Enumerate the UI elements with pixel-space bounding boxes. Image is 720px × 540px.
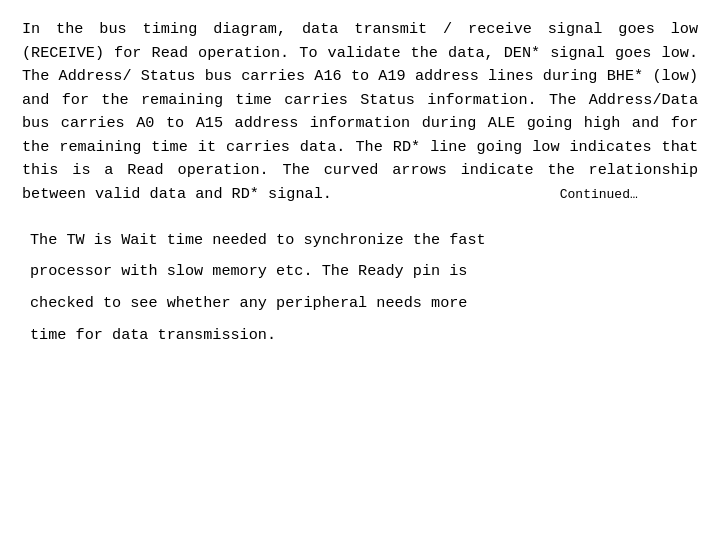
page-container: In the bus timing diagram, data transmit… (0, 0, 720, 540)
secondary-line-4: time for data transmission. (30, 320, 698, 352)
secondary-line-2: processor with slow memory etc. The Read… (30, 256, 698, 288)
main-paragraph-text: In the bus timing diagram, data transmit… (22, 20, 698, 203)
main-paragraph: In the bus timing diagram, data transmit… (22, 18, 698, 207)
secondary-line-1: The TW is Wait time needed to synchroniz… (30, 225, 698, 257)
secondary-line-3: checked to see whether any peripheral ne… (30, 288, 698, 320)
continued-label: Continued… (560, 187, 638, 202)
secondary-paragraph: The TW is Wait time needed to synchroniz… (22, 225, 698, 353)
